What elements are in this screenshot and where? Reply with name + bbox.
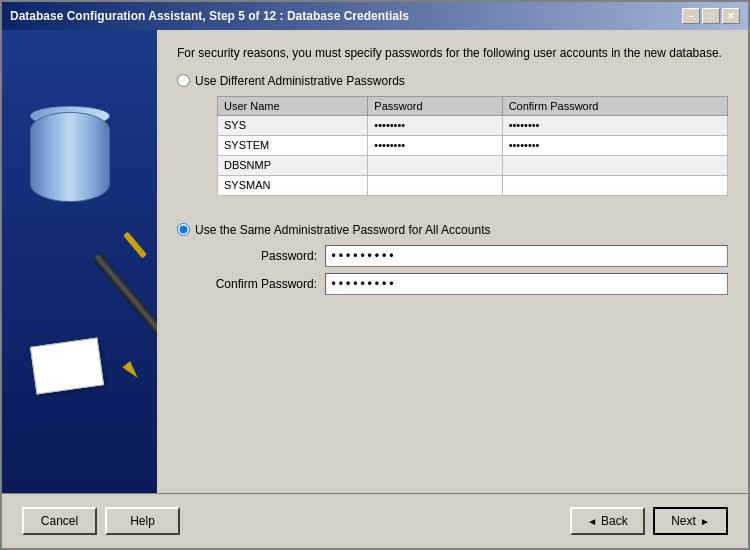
- cell-confirm: [502, 155, 727, 175]
- col-header-confirm: Confirm Password: [502, 96, 727, 115]
- cell-confirm: ••••••••: [502, 115, 727, 135]
- same-password-section: Use the Same Administrative Password for…: [177, 223, 728, 301]
- cell-password: [368, 175, 502, 195]
- cell-username: SYS: [218, 115, 368, 135]
- cell-confirm: ••••••••: [502, 135, 727, 155]
- cell-password: ••••••••: [368, 115, 502, 135]
- cell-password: [368, 155, 502, 175]
- password-label: Password:: [197, 249, 317, 263]
- password-input[interactable]: [325, 245, 728, 267]
- decorative-image: [15, 82, 145, 442]
- cell-username: DBSNMP: [218, 155, 368, 175]
- window-title: Database Configuration Assistant, Step 5…: [10, 9, 409, 23]
- different-passwords-radio[interactable]: [177, 74, 190, 87]
- table-row: SYSMAN: [218, 175, 728, 195]
- title-bar: Database Configuration Assistant, Step 5…: [2, 2, 748, 30]
- back-label: Back: [601, 514, 628, 528]
- different-passwords-radio-row: Use Different Administrative Passwords: [177, 74, 728, 88]
- same-password-radio[interactable]: [177, 223, 190, 236]
- cell-password: ••••••••: [368, 135, 502, 155]
- content-area: For security reasons, you must specify p…: [2, 30, 748, 493]
- right-panel: For security reasons, you must specify p…: [157, 30, 748, 493]
- different-passwords-section: Use Different Administrative Passwords U…: [177, 74, 728, 208]
- col-header-password: Password: [368, 96, 502, 115]
- pen-tip: [122, 360, 141, 380]
- passwords-table: User Name Password Confirm Password SYS•…: [217, 96, 728, 196]
- left-panel: [2, 30, 157, 493]
- confirm-password-input[interactable]: [325, 273, 728, 295]
- password-form-row: Password:: [197, 245, 728, 267]
- help-button[interactable]: Help: [105, 507, 180, 535]
- bottom-bar: Cancel Help ◄ Back Next ►: [2, 493, 748, 548]
- same-password-radio-row: Use the Same Administrative Password for…: [177, 223, 728, 237]
- table-container: User Name Password Confirm Password SYS•…: [197, 96, 728, 196]
- same-password-label[interactable]: Use the Same Administrative Password for…: [195, 223, 490, 237]
- confirm-form-row: Confirm Password:: [197, 273, 728, 295]
- bottom-left-buttons: Cancel Help: [22, 507, 180, 535]
- confirm-password-label: Confirm Password:: [197, 277, 317, 291]
- next-label: Next: [671, 514, 696, 528]
- close-button[interactable]: ✕: [722, 8, 740, 24]
- table-row: SYSTEM••••••••••••••••: [218, 135, 728, 155]
- title-bar-buttons: – □ ✕: [682, 8, 740, 24]
- drum-cylinder: [30, 112, 110, 202]
- cell-confirm: [502, 175, 727, 195]
- intro-text: For security reasons, you must specify p…: [177, 45, 728, 62]
- main-window: Database Configuration Assistant, Step 5…: [0, 0, 750, 550]
- cell-username: SYSTEM: [218, 135, 368, 155]
- paper: [29, 337, 103, 394]
- bottom-right-buttons: ◄ Back Next ►: [570, 507, 728, 535]
- restore-button[interactable]: □: [702, 8, 720, 24]
- table-row: DBSNMP: [218, 155, 728, 175]
- col-header-username: User Name: [218, 96, 368, 115]
- back-arrow-icon: ◄: [587, 516, 597, 527]
- cancel-button[interactable]: Cancel: [22, 507, 97, 535]
- minimize-button[interactable]: –: [682, 8, 700, 24]
- back-button[interactable]: ◄ Back: [570, 507, 645, 535]
- next-button[interactable]: Next ►: [653, 507, 728, 535]
- different-passwords-label[interactable]: Use Different Administrative Passwords: [195, 74, 405, 88]
- table-row: SYS••••••••••••••••: [218, 115, 728, 135]
- pen-clip: [123, 231, 147, 258]
- cell-username: SYSMAN: [218, 175, 368, 195]
- next-arrow-icon: ►: [700, 516, 710, 527]
- pen-body: [92, 252, 157, 350]
